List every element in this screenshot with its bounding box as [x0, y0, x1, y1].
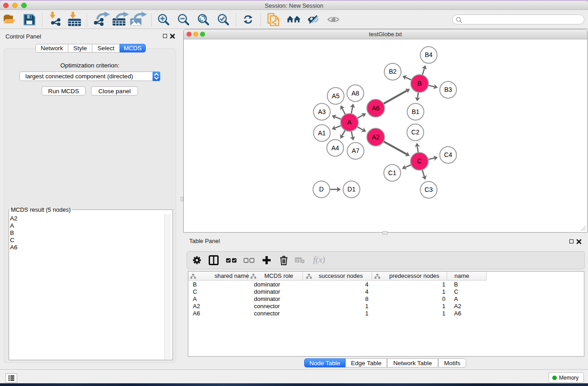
- svg-text:C1: C1: [388, 169, 397, 176]
- svg-text:B: B: [417, 80, 421, 87]
- svg-text:A4: A4: [331, 144, 339, 152]
- svg-text:A7: A7: [352, 147, 359, 154]
- svg-text:B1: B1: [411, 108, 419, 115]
- svg-text:C2: C2: [411, 129, 420, 136]
- svg-text:A3: A3: [318, 108, 325, 115]
- svg-text:B2: B2: [389, 68, 397, 75]
- svg-text:A2: A2: [372, 133, 379, 141]
- svg-text:A1: A1: [318, 129, 325, 137]
- svg-text:C3: C3: [425, 186, 433, 193]
- svg-text:D1: D1: [348, 186, 356, 193]
- svg-text:A: A: [347, 119, 352, 126]
- svg-text:B4: B4: [425, 51, 432, 58]
- svg-text:A6: A6: [372, 105, 379, 112]
- svg-text:C4: C4: [444, 151, 452, 158]
- svg-text:B3: B3: [444, 86, 452, 93]
- svg-text:C: C: [417, 157, 421, 165]
- svg-text:A8: A8: [351, 90, 359, 97]
- svg-text:D: D: [319, 186, 324, 193]
- svg-text:A5: A5: [332, 92, 339, 100]
